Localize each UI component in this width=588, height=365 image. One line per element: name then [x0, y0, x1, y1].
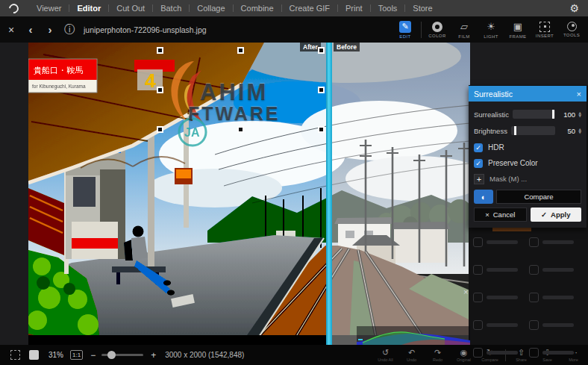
action-label: Redo: [433, 358, 442, 362]
menu-item-create-gif[interactable]: Create GIF: [282, 0, 337, 16]
checkbox-row-hdr[interactable]: ✓HDR: [474, 140, 581, 155]
grid-overlay-icon[interactable]: [10, 350, 20, 360]
info-icon[interactable]: ⓘ: [61, 23, 78, 37]
checkbox-icon[interactable]: ✓: [474, 159, 483, 168]
histogram-close-icon[interactable]: ×: [463, 287, 468, 296]
cancel-button[interactable]: ×Cancel: [474, 208, 527, 222]
slider-label: Brightness: [474, 127, 507, 135]
next-image-icon[interactable]: ›: [42, 23, 58, 36]
mask-label: Mask (M) ...: [490, 175, 527, 183]
menu-item-viewer[interactable]: Viewer: [29, 0, 69, 16]
effects-grid: [473, 236, 585, 365]
redo-button[interactable]: ↷Redo: [425, 349, 451, 362]
slider-value: 100: [559, 110, 575, 119]
menu-item-batch[interactable]: Batch: [153, 0, 189, 16]
selection-handle[interactable]: [318, 126, 325, 133]
menu-item-tools[interactable]: Tools: [371, 0, 405, 16]
effect-item-dimmed: [473, 319, 529, 331]
undo-all-button[interactable]: ↺Undo All: [372, 349, 398, 362]
compare-divider[interactable]: [326, 43, 332, 345]
action-label: Undo: [407, 358, 416, 362]
close-file-icon[interactable]: ×: [3, 24, 19, 36]
effect-item-dimmed: [529, 319, 585, 331]
effect-item-dimmed: [473, 291, 529, 303]
effect-icon: [473, 348, 483, 358]
checkbox-label: Preserve Color: [488, 159, 538, 167]
menu-item-editor[interactable]: Editor: [69, 0, 108, 16]
mode-tool-label: FRAME: [510, 34, 527, 39]
check-icon: ✓: [541, 210, 547, 219]
menu-item-cut-out[interactable]: Cut Out: [109, 0, 152, 16]
effect-icon: [529, 320, 539, 330]
slider-label: Surrealistic: [474, 110, 509, 119]
selection-handle[interactable]: [237, 47, 244, 54]
checkbox-row-preserve-color[interactable]: ✓Preserve Color: [474, 155, 581, 171]
effects-list-dimmed: [469, 209, 588, 365]
mode-tool-light[interactable]: ☀LIGHT: [478, 21, 504, 39]
zoom-in-icon[interactable]: +: [151, 350, 156, 361]
apply-button[interactable]: ✓Apply: [531, 208, 582, 222]
mode-tool-label: INSERT: [536, 34, 554, 38]
slider-knob[interactable]: [552, 110, 554, 119]
menu-item-combine[interactable]: Combine: [234, 0, 281, 16]
mask-button[interactable]: + Mask (M) ...: [474, 171, 581, 187]
stepper-icon[interactable]: ▲▼: [578, 128, 581, 134]
effect-icon: [529, 237, 539, 247]
mask-plus-icon[interactable]: +: [474, 174, 484, 184]
insert-icon: [539, 22, 550, 32]
app-logo-icon: [7, 1, 20, 15]
selection-handle[interactable]: [157, 87, 163, 93]
zoom-level: 31%: [49, 351, 63, 359]
zoom-1to1-button[interactable]: 1:1: [70, 350, 83, 360]
effect-icon: [473, 237, 483, 247]
mode-tool-film[interactable]: ▱FILM: [451, 21, 478, 39]
panel-close-icon[interactable]: ×: [577, 90, 581, 99]
effect-icon: [473, 265, 483, 275]
filter-panel-title: Surrealistic: [474, 90, 513, 99]
settings-gear-icon[interactable]: ⚙: [569, 0, 579, 16]
effect-icon: [473, 320, 483, 330]
effect-item-dimmed: [473, 346, 529, 358]
slider-track[interactable]: [513, 110, 555, 119]
effect-label-dimmed: [542, 268, 574, 272]
mode-tool-insert[interactable]: INSERT: [531, 22, 558, 38]
checkbox-icon[interactable]: ✓: [474, 143, 483, 152]
split-compare-toggle[interactable]: ◐: [474, 190, 493, 204]
photo-canvas[interactable]: 4 貴船口・鞍馬 for Kibuneguchi, Kurama: [28, 43, 470, 345]
selection-handle[interactable]: [237, 126, 244, 133]
effect-label-dimmed: [542, 351, 574, 355]
mode-tool-color[interactable]: COLOR: [424, 22, 451, 38]
menu-item-collage[interactable]: Collage: [190, 0, 232, 16]
compare-button[interactable]: Compare: [496, 190, 581, 204]
tool-separator: [421, 22, 422, 38]
mode-tool-frame[interactable]: ▣FRAME: [504, 21, 531, 39]
top-menu-bar: ViewerEditorCut OutBatchCollageCombineCr…: [0, 0, 588, 16]
effect-label-dimmed: [487, 351, 518, 355]
zoom-slider[interactable]: [101, 354, 143, 356]
menu-item-store[interactable]: Store: [405, 0, 440, 16]
effect-label-dimmed: [487, 268, 518, 272]
filter-panel-header: Surrealistic ×: [469, 86, 587, 102]
zoom-slider-knob[interactable]: [107, 351, 116, 359]
mode-tools: ✎EDITCOLOR▱FILM☀LIGHT▣FRAMEINSERTTOOLS: [392, 16, 585, 43]
light-icon: ☀: [485, 21, 497, 33]
mode-tool-label: FILM: [458, 34, 469, 39]
color-icon: [432, 22, 442, 32]
selection-handle[interactable]: [318, 87, 325, 93]
zoom-out-icon[interactable]: −: [90, 350, 96, 361]
effect-icon: [529, 265, 539, 275]
selection-handle[interactable]: [157, 126, 163, 133]
frame-icon: ▣: [512, 21, 524, 33]
selection-handle[interactable]: [157, 47, 163, 54]
undo-button[interactable]: ↶Undo: [398, 349, 425, 362]
mode-tool-tools[interactable]: TOOLS: [558, 22, 585, 37]
slider-knob[interactable]: [514, 126, 516, 135]
slider-track[interactable]: [511, 126, 555, 135]
mode-tool-edit[interactable]: ✎EDIT: [392, 21, 419, 39]
app-window: { "top_menu": { "items": [ {"label":"Vie…: [0, 0, 588, 365]
stepper-icon[interactable]: ▲▼: [578, 111, 581, 117]
selection-handle[interactable]: [318, 47, 325, 54]
menu-item-print[interactable]: Print: [338, 0, 370, 16]
prev-image-icon[interactable]: ‹: [22, 23, 39, 36]
background-color-icon[interactable]: [29, 350, 39, 360]
